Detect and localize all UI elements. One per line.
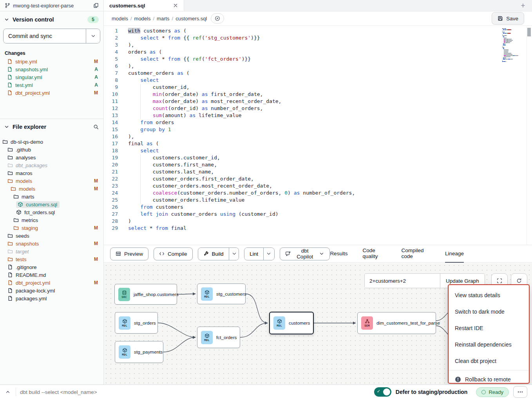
- chevron-down-icon: [4, 124, 9, 130]
- tab-compiled-code[interactable]: Compiled code: [402, 245, 430, 263]
- minimap-line: [502, 45, 526, 45]
- build-options-button[interactable]: [229, 248, 239, 260]
- commit-and-sync-button[interactable]: Commit and sync: [4, 29, 86, 43]
- tree-item-tests[interactable]: testsM: [0, 255, 103, 263]
- defer-toggle[interactable]: ✓: [374, 387, 391, 397]
- line-number: 12: [104, 105, 118, 112]
- editor-scrollbar-thumb[interactable]: [527, 28, 531, 36]
- lint-options-button[interactable]: [263, 248, 274, 260]
- code-text: ),: [128, 63, 134, 70]
- tree-item-dbt-packages[interactable]: dbt_packages: [0, 161, 103, 169]
- chevron-down-icon: [4, 17, 9, 22]
- tab-customers-sql[interactable]: customers.sql: [104, 0, 184, 11]
- tree-item-staging[interactable]: stagingM: [0, 224, 103, 232]
- file-name: macros: [16, 170, 33, 176]
- changed-file-row[interactable]: stripe.ymlM: [0, 58, 103, 65]
- dbt-cloud-ide: mwong-test-explorer-parse Version contro…: [0, 0, 532, 399]
- change-status-letter: A: [94, 82, 98, 88]
- line-number: 6: [104, 63, 118, 70]
- tree-item-dbt-project-yml[interactable]: dbt_project.ymlM: [0, 279, 103, 287]
- folder-icon: [7, 178, 13, 184]
- status-badge[interactable]: Ready: [476, 387, 509, 397]
- file-name: snapshots: [16, 241, 39, 247]
- tree-item-seeds[interactable]: seeds: [0, 232, 103, 240]
- menu-item-switch-to-dark-mode[interactable]: Switch to dark mode: [449, 303, 529, 320]
- new-tab-button[interactable]: [514, 0, 532, 11]
- tree-item-analyses[interactable]: analyses: [0, 153, 103, 161]
- tab-code-quality[interactable]: Code quality: [362, 245, 386, 263]
- changed-file-row[interactable]: singular.ymlA: [0, 73, 103, 81]
- menu-item-restart-ide[interactable]: Restart IDE: [449, 320, 529, 336]
- lineage-panel[interactable]: SRCjaffle_shop.customersMDLstg_customers…: [104, 263, 532, 385]
- tree-item-models[interactable]: modelsM: [0, 185, 103, 193]
- file-name: dbt_project.yml: [16, 280, 50, 286]
- lineage-node-stg_customers[interactable]: MDLstg_customers: [197, 283, 246, 304]
- editor-scrollbar-track[interactable]: [527, 26, 532, 245]
- lint-button[interactable]: Lint: [244, 248, 263, 260]
- more-options-button[interactable]: [513, 386, 527, 398]
- copy-icon[interactable]: [93, 3, 99, 8]
- menu-item-clean-dbt-project[interactable]: Clean dbt project: [449, 353, 529, 369]
- tree-item--github[interactable]: .github: [0, 146, 103, 153]
- close-icon[interactable]: [173, 3, 178, 8]
- file-info-button[interactable]: [211, 13, 224, 23]
- collapse-command-bar-button[interactable]: [0, 385, 16, 399]
- lineage-selector-input[interactable]: [365, 274, 440, 288]
- tab-results[interactable]: Results: [330, 245, 347, 263]
- changed-file-row[interactable]: dbt_project.ymlM: [0, 89, 103, 97]
- minimap[interactable]: [502, 28, 526, 62]
- tree-item-inner: snapshots: [7, 240, 41, 247]
- tree-item-db-sl-qs-demo[interactable]: db-sl-qs-demo: [0, 138, 103, 146]
- tree-item-target[interactable]: target: [0, 247, 103, 255]
- menu-item-view-status-details[interactable]: View status details: [449, 287, 529, 303]
- file-name: seeds: [16, 233, 29, 239]
- tree-item--gitignore[interactable]: .gitignore: [0, 263, 103, 271]
- lineage-node-fct_orders[interactable]: MDLfct_orders: [197, 327, 240, 348]
- lineage-node-dim_customers_test_for_parse[interactable]: SEMdim_customers_test_for_parse: [357, 312, 436, 334]
- tab-lineage[interactable]: Lineage: [445, 245, 464, 263]
- commit-options-button[interactable]: [86, 29, 100, 43]
- breadcrumb-item[interactable]: models: [112, 16, 128, 22]
- search-icon[interactable]: [93, 124, 99, 130]
- changed-file-row[interactable]: test.ymlA: [0, 81, 103, 89]
- build-button[interactable]: Build: [198, 248, 229, 260]
- lineage-node-src_customers[interactable]: SRCjaffle_shop.customers: [114, 284, 177, 305]
- save-button[interactable]: Save: [492, 12, 524, 25]
- defer-label: Defer to staging/production: [396, 389, 468, 395]
- command-input[interactable]: [16, 389, 374, 395]
- breadcrumb-item[interactable]: customers.sql: [176, 16, 207, 22]
- version-control-header[interactable]: Version control 5: [0, 11, 103, 26]
- breadcrumb-item[interactable]: marts: [157, 16, 170, 22]
- menu-item-reinstall-dependencies[interactable]: Reinstall dependencies: [449, 336, 529, 353]
- dbt-copilot-button[interactable]: dbt Copilot: [280, 247, 330, 260]
- tree-item-fct-orders-sql[interactable]: fct_orders.sql: [0, 208, 103, 216]
- lineage-node-stg_orders[interactable]: MDLstg_orders: [115, 312, 158, 334]
- code-text: select: [128, 77, 159, 84]
- tree-item-package-lock-yml[interactable]: package-lock.yml: [0, 287, 103, 294]
- lineage-node-stg_payments[interactable]: MDLstg_payments: [115, 341, 163, 363]
- tree-item-packages-yml[interactable]: packages.yml: [0, 294, 103, 302]
- menu-item-rollback-to-remote[interactable]: Rollback to remote: [449, 371, 529, 385]
- folder-icon: [7, 147, 13, 152]
- menu-item-label: Reinstall dependencies: [455, 341, 512, 348]
- preview-button[interactable]: Preview: [110, 247, 148, 260]
- tree-item-models[interactable]: modelsM: [0, 177, 103, 185]
- fullscreen-icon: [497, 278, 502, 283]
- tree-item-snapshots[interactable]: snapshotsM: [0, 240, 103, 247]
- changed-file-row[interactable]: snapshots.ymlA: [0, 65, 103, 73]
- minimap-line: [502, 38, 526, 38]
- compile-button[interactable]: Compile: [154, 247, 193, 260]
- tree-item-macros[interactable]: macros: [0, 169, 103, 177]
- tree-item-metrics[interactable]: metrics: [0, 216, 103, 224]
- compile-label: Compile: [168, 251, 187, 257]
- minimap-line: [502, 35, 526, 36]
- code-line: 23 customer_orders.most_recent_order_dat…: [104, 182, 532, 190]
- tree-item-readme-md[interactable]: README.md: [0, 271, 103, 279]
- lineage-node-customers[interactable]: MDLcustomers: [269, 312, 314, 334]
- tree-item-customers-sql[interactable]: customers.sql: [0, 200, 103, 208]
- file-explorer-header[interactable]: File explorer: [0, 119, 103, 133]
- breadcrumb-item[interactable]: models: [134, 16, 151, 22]
- code-text: from orders: [128, 119, 174, 126]
- tree-item-marts[interactable]: marts: [0, 193, 103, 200]
- code-editor[interactable]: 1with customers as (2 select * from {{ r…: [104, 26, 532, 245]
